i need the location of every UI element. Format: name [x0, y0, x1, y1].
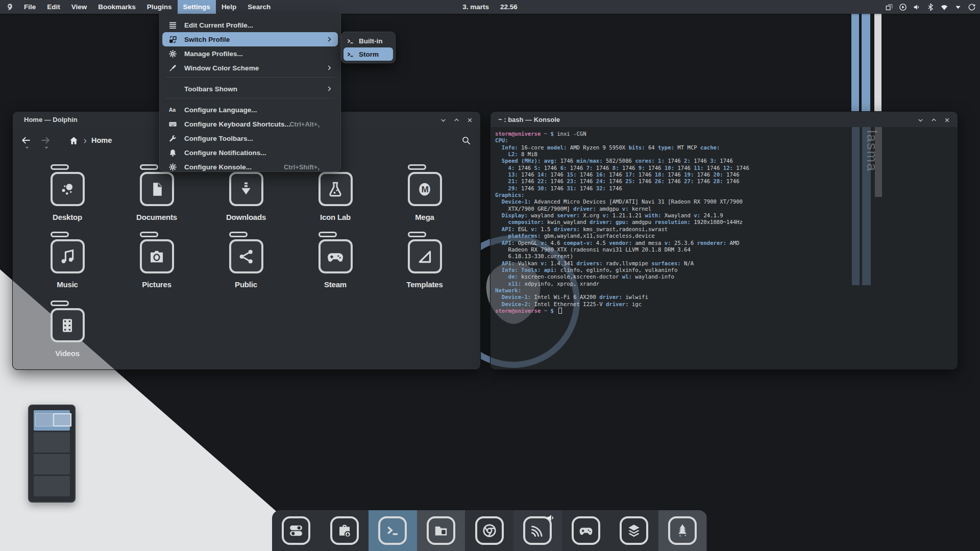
menu-item-label: Configure Toolbars... — [184, 135, 253, 142]
dock-item-chrome[interactable] — [465, 510, 513, 551]
folder-grid: DesktopDocumentsDownloadsIcon LabMMegaMu… — [13, 154, 480, 369]
dock-item-software-center[interactable] — [321, 510, 369, 551]
windows-icon[interactable] — [885, 3, 893, 11]
menu-item-label: Configure Language... — [184, 106, 257, 114]
menu-item-label: Configure Konsole... — [184, 163, 252, 171]
breadcrumb[interactable]: Home — [91, 136, 112, 144]
terminal-icon — [347, 51, 354, 58]
menu-item-configure-keyboard-shortcuts[interactable]: Configure Keyboard Shortcuts...Ctrl+Alt+… — [162, 117, 338, 131]
dock-item-inkscape[interactable] — [658, 510, 707, 551]
session-switch-icon[interactable] — [968, 3, 976, 11]
konsole-titlebar[interactable]: ~ : bash — Konsole — [491, 112, 958, 127]
folder-videos[interactable]: Videos — [23, 300, 112, 358]
menu-item-manage-profiles[interactable]: Manage Profiles... — [162, 46, 338, 61]
search-icon[interactable] — [461, 136, 471, 145]
folder-icon: M — [408, 164, 442, 206]
dock-item-stacks[interactable] — [610, 510, 658, 551]
film-icon — [51, 308, 85, 342]
folder-label: Steam — [324, 280, 347, 289]
menu-item-configure-language[interactable]: AaConfigure Language... — [162, 103, 338, 117]
folder-label: Music — [57, 280, 78, 289]
pager-desktop-2[interactable] — [34, 432, 70, 453]
folder-pictures[interactable]: Pictures — [112, 232, 202, 289]
menu-item-configure-notifications[interactable]: Configure Notifications... — [162, 145, 338, 160]
menu-item-label: Switch Profile — [184, 36, 230, 43]
menubar-item-edit[interactable]: Edit — [41, 0, 66, 14]
menubar-item-search[interactable]: Search — [242, 0, 276, 14]
dock-item-dolphin[interactable] — [417, 510, 465, 551]
folder-icon — [408, 232, 442, 273]
menu-item-configure-konsole[interactable]: Configure Konsole...Ctrl+Shift+, — [162, 160, 338, 174]
pager-desktop-4[interactable] — [34, 476, 70, 496]
menubar-item-help[interactable]: Help — [216, 0, 242, 14]
submenu-item-storm[interactable]: Storm — [344, 47, 393, 61]
menubar-item-bookmarks[interactable]: Bookmarks — [92, 0, 141, 14]
minimize-icon[interactable] — [917, 116, 924, 123]
minimize-icon[interactable] — [440, 116, 447, 123]
media-play-icon[interactable] — [899, 3, 907, 11]
submenu-arrow-icon — [326, 36, 333, 43]
menu-item-configure-toolbars[interactable]: Configure Toolbars... — [162, 131, 338, 145]
folder-icon — [318, 232, 353, 273]
menu-item-window-color-scheme[interactable]: Window Color Scheme — [162, 61, 338, 75]
pager-desktop-3[interactable] — [34, 454, 70, 474]
menubar-item-settings[interactable]: Settings — [178, 0, 216, 14]
close-icon[interactable] — [467, 116, 473, 123]
folder-tab — [408, 232, 426, 237]
volume-icon[interactable] — [913, 3, 921, 11]
menubar-item-view[interactable]: View — [66, 0, 93, 14]
pager-desktop-1[interactable] — [34, 410, 70, 431]
gear-icon — [168, 163, 177, 171]
clock-date: 3. marts — [462, 3, 489, 11]
submenu-item-built-in[interactable]: Built-in — [344, 34, 393, 47]
konsole-window: lasma ~ : bash — Konsole storm@universe … — [490, 111, 958, 370]
folder-label: Public — [235, 280, 257, 289]
wrench-icon — [168, 134, 177, 143]
folder-label: Templates — [406, 280, 443, 289]
dock-item-spotify[interactable] — [513, 510, 562, 551]
dock-item-steam[interactable] — [562, 510, 610, 551]
back-button[interactable] — [21, 135, 31, 145]
menubar-item-plugins[interactable]: Plugins — [141, 0, 178, 14]
folder-desktop[interactable]: Desktop — [23, 164, 112, 221]
bluetooth-icon[interactable] — [926, 3, 935, 11]
home-icon[interactable] — [69, 136, 79, 145]
clock-time: 22.56 — [500, 3, 518, 11]
dock-item-system-settings[interactable] — [272, 510, 321, 551]
dock-item-konsole[interactable] — [369, 510, 417, 551]
folder-icon — [427, 516, 455, 545]
folder-music[interactable]: Music — [23, 232, 112, 289]
pager-window — [53, 413, 71, 427]
folder-mega[interactable]: MMega — [380, 164, 470, 221]
back-dropdown-icon[interactable] — [24, 143, 30, 148]
menu-separator — [165, 77, 335, 78]
mega-icon: M — [408, 172, 442, 206]
terminal-cursor — [558, 308, 562, 314]
menu-item-label: Window Color Scheme — [184, 64, 259, 72]
menu-item-edit-current-profile[interactable]: Edit Current Profile... — [162, 18, 338, 32]
folder-label: Videos — [55, 349, 80, 358]
folder-steam[interactable]: Steam — [291, 232, 380, 289]
virtual-desktop-pager[interactable] — [28, 405, 76, 503]
forward-dropdown-icon[interactable] — [44, 143, 49, 148]
menubar-item-file[interactable]: File — [18, 0, 41, 14]
menu-item-switch-profile[interactable]: Switch Profile — [162, 32, 338, 46]
folder-public[interactable]: Public — [202, 232, 291, 289]
maximize-icon[interactable] — [453, 116, 460, 123]
forward-button[interactable] — [40, 135, 51, 145]
folder-templates[interactable]: Templates — [380, 232, 470, 289]
folder-icon — [51, 164, 85, 206]
konsole-title: ~ : bash — Konsole — [498, 116, 560, 123]
inkscape-icon — [668, 516, 697, 545]
menu-item-label: Manage Profiles... — [184, 50, 243, 58]
close-icon[interactable] — [944, 116, 950, 123]
menu-item-toolbars-shown[interactable]: Toolbars Shown — [162, 82, 338, 96]
color-picker-icon — [168, 64, 177, 72]
maximize-icon[interactable] — [930, 116, 937, 123]
wifi-icon[interactable] — [940, 3, 948, 11]
terminal-output[interactable]: storm@universe ~ $ inxi -CGN CPU: Info: … — [491, 127, 958, 314]
svg-text:Aa: Aa — [169, 107, 176, 113]
triangle-icon — [408, 239, 442, 273]
caret-down-icon[interactable] — [954, 3, 962, 11]
folder-tab — [229, 232, 248, 237]
